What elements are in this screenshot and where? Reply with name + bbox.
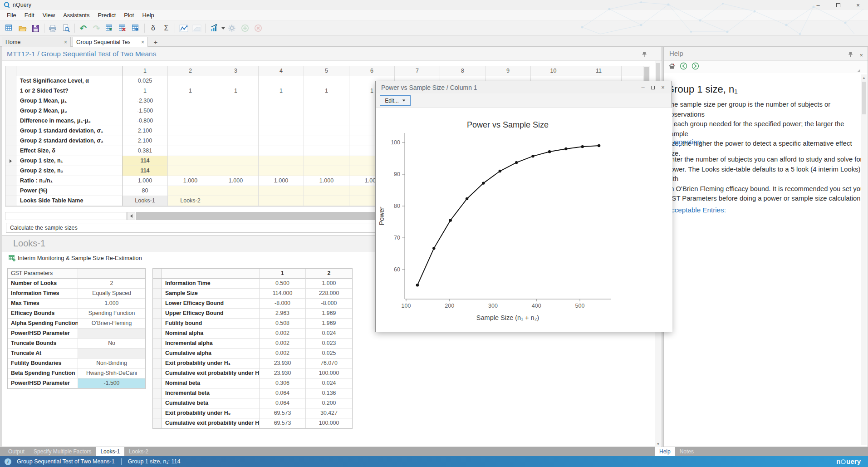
- print-preview-button[interactable]: [60, 22, 72, 34]
- line-plot-button[interactable]: [177, 22, 190, 34]
- fill-table-button[interactable]: [103, 22, 116, 34]
- print-button[interactable]: [47, 22, 59, 34]
- chevron-down-icon[interactable]: [221, 27, 225, 29]
- grid-cell[interactable]: 1.000: [304, 176, 349, 186]
- gst-value-cell[interactable]: O'Brien-Fleming: [78, 319, 145, 329]
- scroll-left-button[interactable]: [127, 212, 135, 220]
- menu-item-assistants[interactable]: Assistants: [59, 10, 93, 20]
- grid-cell[interactable]: [213, 156, 259, 166]
- scroll-up-icon[interactable]: ▲: [861, 76, 867, 80]
- settings-button[interactable]: [226, 22, 238, 34]
- grid-cell[interactable]: [304, 136, 349, 146]
- tab-group-sequential-test[interactable]: Group Sequential Test×: [73, 37, 148, 47]
- gst-value-cell[interactable]: Non-Binding: [78, 359, 145, 369]
- grid-cell[interactable]: [168, 106, 213, 116]
- grid-cell[interactable]: [259, 106, 304, 116]
- grid-cell[interactable]: [304, 186, 349, 196]
- grid-cell[interactable]: 1: [123, 86, 168, 96]
- gst-value-cell[interactable]: No: [78, 339, 145, 349]
- gst-value-cell[interactable]: 2: [78, 279, 145, 289]
- plot-maximize-button[interactable]: [648, 84, 658, 91]
- grid-cell[interactable]: 1: [259, 86, 304, 96]
- grid-cell[interactable]: [213, 166, 259, 176]
- help-pin-icon[interactable]: [848, 51, 853, 59]
- grid-cell[interactable]: [168, 146, 213, 156]
- grid-cell[interactable]: 2.100: [123, 126, 168, 136]
- new-table-button[interactable]: [3, 22, 15, 34]
- grid-cell[interactable]: -1.500: [123, 106, 168, 116]
- grid-cell[interactable]: [259, 126, 304, 136]
- window-minimize-button[interactable]: –: [808, 0, 828, 10]
- save-button[interactable]: [29, 22, 42, 34]
- grid-cell[interactable]: [259, 96, 304, 106]
- help-scrollbar[interactable]: ▲: [861, 74, 867, 445]
- grid-cell[interactable]: [304, 116, 349, 126]
- side-tab-looks-1[interactable]: Looks-1: [96, 447, 124, 456]
- gst-value-cell[interactable]: [78, 349, 145, 359]
- tab-close-icon[interactable]: ×: [64, 39, 67, 45]
- grid-cell[interactable]: [304, 156, 349, 166]
- grid-cell[interactable]: 1.000: [259, 176, 304, 186]
- delta-button[interactable]: δ: [147, 22, 159, 34]
- grid-cell[interactable]: 1.000: [213, 176, 259, 186]
- help-home-icon[interactable]: [668, 63, 676, 71]
- grid-cell[interactable]: [259, 166, 304, 176]
- delete-table-button[interactable]: [117, 22, 129, 34]
- grid-cell[interactable]: [259, 186, 304, 196]
- tab-home[interactable]: Home×: [2, 37, 71, 47]
- grid-cell[interactable]: [213, 126, 259, 136]
- grid-cell[interactable]: -2.300: [123, 96, 168, 106]
- grid-cell[interactable]: 114: [123, 166, 168, 176]
- grid-cell[interactable]: [168, 76, 213, 86]
- pin-icon[interactable]: [642, 51, 647, 59]
- menu-item-file[interactable]: File: [3, 10, 20, 20]
- grid-cell[interactable]: 1.000: [168, 176, 213, 186]
- open-file-button[interactable]: [16, 22, 29, 34]
- grid-cell[interactable]: [213, 146, 259, 156]
- grid-cell[interactable]: [168, 126, 213, 136]
- plot-close-button[interactable]: ×: [658, 84, 668, 91]
- export-table-button[interactable]: [130, 22, 142, 34]
- tab-close-icon[interactable]: ×: [141, 39, 144, 45]
- grid-cell[interactable]: [304, 196, 349, 206]
- grid-cell[interactable]: [259, 76, 304, 86]
- grid-cell[interactable]: 0.381: [123, 146, 168, 156]
- grid-cell[interactable]: [168, 186, 213, 196]
- grid-cell[interactable]: Looks-1: [123, 196, 168, 206]
- grid-cell[interactable]: [304, 106, 349, 116]
- edit-dropdown-button[interactable]: Edit...: [380, 95, 411, 106]
- undo-button[interactable]: ↶: [77, 22, 89, 34]
- grid-cell[interactable]: 80: [123, 186, 168, 196]
- grid-cell[interactable]: [259, 196, 304, 206]
- remove-item-button[interactable]: [252, 22, 264, 34]
- new-tab-button[interactable]: +: [150, 37, 162, 47]
- grid-cell[interactable]: [168, 96, 213, 106]
- menu-item-edit[interactable]: Edit: [20, 10, 39, 20]
- grid-cell[interactable]: 114: [123, 156, 168, 166]
- add-item-button[interactable]: [239, 22, 251, 34]
- window-close-button[interactable]: ×: [848, 0, 868, 10]
- gst-value-cell[interactable]: 1.000: [78, 299, 145, 309]
- help-close-icon[interactable]: ×: [859, 52, 863, 59]
- window-maximize-button[interactable]: [828, 0, 848, 10]
- grid-cell[interactable]: [213, 116, 259, 126]
- plot-window-titlebar[interactable]: Power vs Sample Size / Column 1 – ×: [376, 81, 672, 93]
- plot-minimize-button[interactable]: –: [638, 84, 648, 91]
- menu-item-predict[interactable]: Predict: [94, 10, 120, 20]
- grid-cell[interactable]: [259, 116, 304, 126]
- grid-cell[interactable]: [168, 166, 213, 176]
- gst-value-cell[interactable]: Equally Spaced: [78, 289, 145, 299]
- grid-cell[interactable]: [259, 136, 304, 146]
- gst-value-cell[interactable]: [78, 329, 145, 339]
- grid-cell[interactable]: [168, 116, 213, 126]
- grid-cell[interactable]: 0.025: [123, 76, 168, 86]
- scroll-down-icon[interactable]: ▼: [655, 442, 661, 446]
- grid-cell[interactable]: [304, 126, 349, 136]
- help-back-icon[interactable]: [680, 62, 687, 72]
- grid-cell[interactable]: Looks-2: [168, 196, 213, 206]
- side-tab-specify-multiple-factors[interactable]: Specify Multiple Factors: [29, 447, 96, 456]
- gst-value-cell[interactable]: -1.500: [78, 379, 145, 388]
- interim-monitoring-link[interactable]: Interim Monitoring & Sample Size Re-Esti…: [9, 255, 142, 261]
- grid-cell[interactable]: [213, 186, 259, 196]
- panel-resize-handle[interactable]: [857, 69, 860, 72]
